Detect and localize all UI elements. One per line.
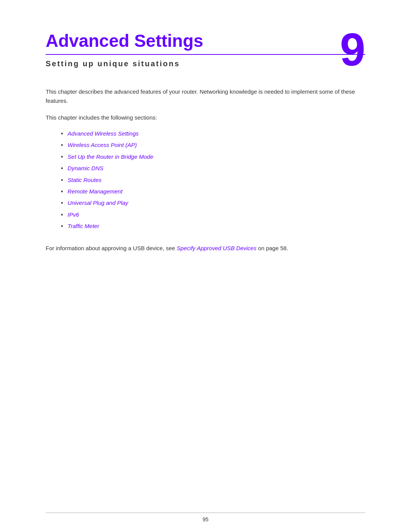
list-item: Wireless Access Point (AP) <box>61 139 365 151</box>
set-up-router-bridge-mode-link[interactable]: Set Up the Router in Bridge Mode <box>68 152 153 163</box>
traffic-meter-link[interactable]: Traffic Meter <box>68 221 99 232</box>
list-item: Traffic Meter <box>61 220 365 232</box>
sections-list: Advanced Wireless Settings Wireless Acce… <box>61 128 365 232</box>
list-item: Remote Management <box>61 186 365 197</box>
dynamic-dns-link[interactable]: Dynamic DNS <box>68 163 104 174</box>
footer-text-prefix: For information about approving a USB de… <box>46 245 177 251</box>
header-section: 9 Advanced Settings Setting up unique si… <box>46 30 365 68</box>
list-item: Dynamic DNS <box>61 163 365 174</box>
title-underline <box>46 54 365 55</box>
wireless-access-point-link[interactable]: Wireless Access Point (AP) <box>68 140 137 151</box>
list-item: Advanced Wireless Settings <box>61 128 365 139</box>
chapter-number: 9 <box>340 27 365 72</box>
footer-paragraph: For information about approving a USB de… <box>46 244 365 253</box>
advanced-wireless-settings-link[interactable]: Advanced Wireless Settings <box>68 128 139 139</box>
footer-text-suffix: on page 58. <box>256 245 288 251</box>
sections-intro: This chapter includes the following sect… <box>46 113 365 122</box>
universal-plug-and-play-link[interactable]: Universal Plug and Play <box>68 198 128 209</box>
intro-paragraph-1: This chapter describes the advanced feat… <box>46 87 365 105</box>
page-number: 95 <box>202 516 209 522</box>
static-routes-link[interactable]: Static Routes <box>68 175 102 186</box>
chapter-title: Advanced Settings <box>46 30 365 51</box>
remote-management-link[interactable]: Remote Management <box>68 186 123 197</box>
chapter-subtitle: Setting up unique situations <box>46 59 365 68</box>
list-item: Static Routes <box>61 174 365 186</box>
page-container: 9 Advanced Settings Setting up unique si… <box>0 0 411 532</box>
ipv6-link[interactable]: IPv6 <box>68 209 79 220</box>
footer-divider <box>46 513 365 513</box>
list-item: Set Up the Router in Bridge Mode <box>61 151 365 163</box>
list-item: IPv6 <box>61 209 365 220</box>
specify-approved-usb-link[interactable]: Specify Approved USB Devices <box>177 245 256 251</box>
list-item: Universal Plug and Play <box>61 197 365 209</box>
